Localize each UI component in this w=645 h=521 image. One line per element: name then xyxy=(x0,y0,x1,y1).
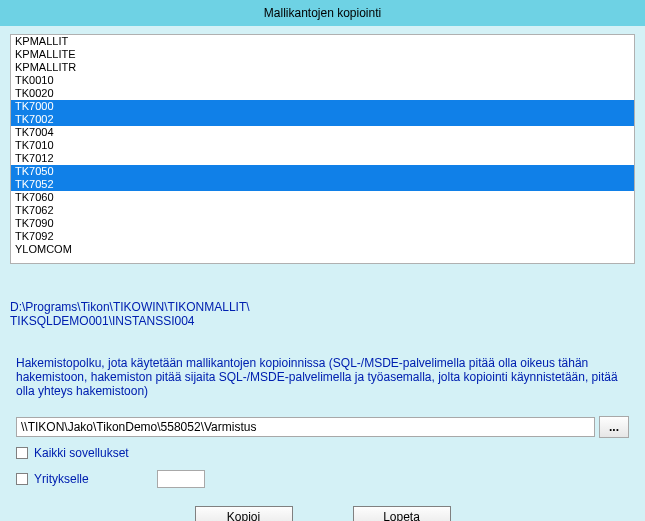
backup-path-row: ... xyxy=(10,416,635,438)
yritys-row: Yritykselle xyxy=(10,470,635,488)
window-title: Mallikantojen kopiointi xyxy=(264,6,381,20)
help-text: Hakemistopolku, jota käytetään mallikant… xyxy=(10,356,635,398)
window-body: KPMALLITKPMALLITEKPMALLITRTK0010TK0020TK… xyxy=(0,26,645,521)
list-item[interactable]: KPMALLIT xyxy=(11,35,634,48)
all-apps-label: Kaikki sovellukset xyxy=(34,446,129,460)
list-item[interactable]: TK7004 xyxy=(11,126,634,139)
source-path-block: D:\Programs\Tikon\TIKOWIN\TIKONMALLIT\ T… xyxy=(10,300,635,328)
yritys-label: Yritykselle xyxy=(34,472,89,486)
yritys-input[interactable] xyxy=(157,470,205,488)
all-apps-checkbox[interactable] xyxy=(16,447,28,459)
list-item[interactable]: TK7012 xyxy=(11,152,634,165)
list-item[interactable]: TK7060 xyxy=(11,191,634,204)
list-item[interactable]: TK7090 xyxy=(11,217,634,230)
backup-path-input[interactable] xyxy=(16,417,595,437)
list-item[interactable]: TK7062 xyxy=(11,204,634,217)
model-listbox[interactable]: KPMALLITKPMALLITEKPMALLITRTK0010TK0020TK… xyxy=(10,34,635,264)
list-item[interactable]: TK0020 xyxy=(11,87,634,100)
list-item[interactable]: TK0010 xyxy=(11,74,634,87)
list-item[interactable]: TK7050 xyxy=(11,165,634,178)
source-path-line1: D:\Programs\Tikon\TIKOWIN\TIKONMALLIT\ xyxy=(10,300,635,314)
list-item[interactable]: KPMALLITE xyxy=(11,48,634,61)
source-path-line2: TIKSQLDEMO001\INSTANSSI004 xyxy=(10,314,635,328)
titlebar: Mallikantojen kopiointi xyxy=(0,0,645,26)
list-item[interactable]: TK7052 xyxy=(11,178,634,191)
list-item[interactable]: TK7002 xyxy=(11,113,634,126)
browse-button[interactable]: ... xyxy=(599,416,629,438)
list-item[interactable]: TK7000 xyxy=(11,100,634,113)
ellipsis-icon: ... xyxy=(609,420,619,434)
list-item[interactable]: TK7010 xyxy=(11,139,634,152)
button-row: Kopioi Lopeta xyxy=(10,506,635,521)
all-apps-row: Kaikki sovellukset xyxy=(10,446,635,460)
list-item[interactable]: YLOMCOM xyxy=(11,243,634,256)
kopioi-button[interactable]: Kopioi xyxy=(195,506,293,521)
yritys-checkbox[interactable] xyxy=(16,473,28,485)
list-item[interactable]: TK7092 xyxy=(11,230,634,243)
list-item[interactable]: KPMALLITR xyxy=(11,61,634,74)
lopeta-button[interactable]: Lopeta xyxy=(353,506,451,521)
